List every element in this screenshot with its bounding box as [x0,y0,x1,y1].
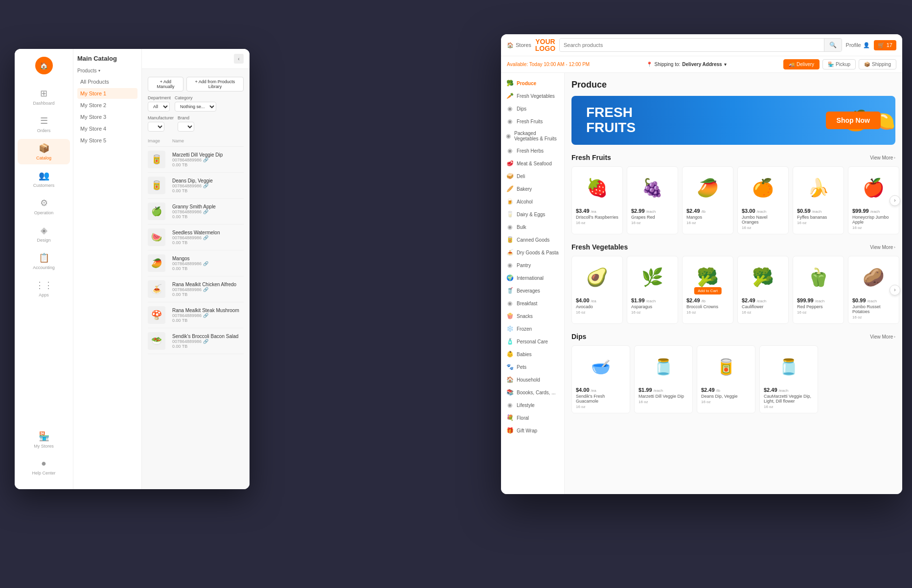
my-store-3-link[interactable]: My Store 3 [77,112,137,122]
product-image: 🥫 [701,350,751,384]
product-price: 0.00 TB [172,240,244,245]
category-item-pantry[interactable]: ◉ Pantry [501,259,564,271]
my-store-5-link[interactable]: My Store 5 [77,135,137,146]
category-item-snacks[interactable]: 🍿 Snacks [501,310,564,322]
nav-catalog[interactable]: 📦 Catalog [18,139,70,164]
department-filter: Department All [148,95,171,112]
category-item-breakfast[interactable]: ◉ Breakfast [501,297,564,310]
collapse-button[interactable]: ‹ [234,54,244,64]
nav-help[interactable]: ● Help Center [18,454,70,479]
category-label-international: International [517,275,544,281]
category-icon-deli: 🥪 [506,173,514,180]
banner-line1: FRESH [586,105,636,120]
category-item-fresh-veg[interactable]: 🥕 Fresh Vegetables [501,90,564,102]
category-icon-bulk: ◉ [506,224,514,230]
mfr-label: Manufacturer [148,115,174,120]
product-name: Marzetti Dill Veggie Dip [638,394,688,399]
category-item-gift-wrap[interactable]: 🎁 Gift Wrap [501,424,564,437]
shipping-label: Shipping to: [654,62,680,67]
category-select[interactable]: Nothing se... [175,102,216,112]
add-to-cart-button[interactable]: Add to Cart [694,287,721,294]
category-item-dairy-eggs[interactable]: 🥛 Dairy & Eggs [501,208,564,221]
nav-my-stores-label: My Stores [34,444,54,449]
category-item-deli[interactable]: 🥪 Deli [501,170,564,182]
delivery-bar: Available: Today 10:00 AM - 12:00 PM 📍 S… [501,56,902,73]
delivery-option-delivery[interactable]: 🚚 Delivery [783,59,820,69]
category-item-fresh-herbs[interactable]: ◉ Fresh Herbs [501,144,564,157]
category-label-personal-care: Personal Care [517,339,548,344]
category-item-floral[interactable]: 💐 Floral [501,411,564,424]
search-button[interactable]: 🔍 [824,39,842,51]
category-item-pets[interactable]: 🐾 Pets [501,361,564,373]
category-item-beverages[interactable]: 🥤 Beverages [501,284,564,297]
filter-row: Department All Category Nothing se... [142,95,250,115]
nav-design[interactable]: ◈ Design [18,221,70,247]
category-item-international[interactable]: 🌍 International [501,271,564,284]
profile-button[interactable]: Profile 👤 [846,42,870,48]
fresh-veg-view-more[interactable]: View More › [870,245,895,250]
nav-customers[interactable]: 👥 Customers [18,166,70,192]
category-item-personal-care[interactable]: 🧴 Personal Care [501,335,564,348]
category-item-bulk[interactable]: ◉ Bulk [501,221,564,233]
catalog-header: ‹ [142,49,250,69]
product-price: $2.49 /lb [686,208,729,214]
category-item-meat-seafood[interactable]: 🥩 Meat & Seafood [501,157,564,170]
all-products-link[interactable]: All Products [77,76,137,87]
list-item: 🥦 $2.49 /each Cauliflower 16 oz [737,256,789,324]
nav-operation[interactable]: ⚙ Operation [18,194,70,219]
fresh-fruits-section: Fresh Fruits View More › 🍓 $3.49 /ea Dri… [571,154,895,234]
category-icon-produce: 🥦 [506,80,514,87]
category-item-lifestyle[interactable]: ◉ Lifestyle [501,399,564,411]
category-item-frozen[interactable]: ❄️ Frozen [501,322,564,335]
nav-customers-label: Customers [33,183,55,188]
category-item-bakery[interactable]: 🥖 Bakery [501,182,564,195]
nav-orders[interactable]: ☰ Orders [18,112,70,137]
add-manually-button[interactable]: + Add Manually [148,77,183,91]
shop-now-button[interactable]: Shop Now [826,112,881,129]
stores-link[interactable]: 🏠 Stores [507,42,531,48]
category-item-household[interactable]: 🏠 Household [501,373,564,386]
category-item-canned[interactable]: 🥫 Canned Goods [501,233,564,246]
delivery-option-shipping[interactable]: 📦 Shipping [859,59,896,69]
category-label-fresh-veg: Fresh Vegetables [517,93,555,99]
category-icon-breakfast: ◉ [506,300,514,307]
promo-banner[interactable]: FRESH FRUITS Shop Now 🍊🍋 [571,96,895,145]
dips-view-more[interactable]: View More › [870,334,895,339]
category-label-frozen: Frozen [517,326,532,332]
my-store-4-link[interactable]: My Store 4 [77,123,137,134]
category-item-produce[interactable]: 🥦 Produce [501,77,564,90]
catalog-actions: + Add Manually + Add from Products Libra… [142,73,250,95]
category-item-dips[interactable]: ◉ Dips [501,102,564,115]
product-size: 16 oz [764,405,814,409]
category-item-babies[interactable]: 👶 Babies [501,348,564,361]
nav-my-stores[interactable]: 🏪 My Stores [18,427,70,452]
department-select[interactable]: All [148,102,170,112]
category-icon-pets: 🐾 [506,363,514,370]
table-row: 🥗 Sendik's Broccoli Bacon Salad 00786488… [148,328,244,354]
fresh-veg-header: Fresh Vegetables View More › [571,243,895,251]
brand-select[interactable] [178,122,194,132]
nav-accounting[interactable]: 📋 Accounting [18,249,70,274]
my-stores-icon: 🏪 [39,431,49,442]
category-item-dry-pasta[interactable]: 🍝 Dry Goods & Pasta [501,246,564,259]
my-store-1-link[interactable]: My Store 1 [77,88,137,99]
nav-dashboard[interactable]: ⊞ Dashboard [18,84,70,110]
category-item-packaged[interactable]: ◉ Packaged Vegetables & Fruits [501,128,564,144]
category-item-books[interactable]: 📚 Boooks, Cards, ... [501,386,564,399]
delivery-address[interactable]: Delivery Address [682,62,722,67]
category-item-fresh-fruits[interactable]: ◉ Fresh Fruits [501,115,564,128]
category-item-alcohol[interactable]: 🍺 Alcohol [501,195,564,208]
manufacturer-select[interactable] [148,122,164,132]
storefront: 🏠 Stores YOUR LOGO 🔍 Profile 👤 🛒 17 Avai… [501,34,902,494]
fresh-veg-next-button[interactable]: › [889,285,900,295]
search-input[interactable] [560,39,824,51]
cart-button[interactable]: 🛒 17 [874,40,896,50]
chevron-right-icon: › [894,156,895,160]
fresh-fruits-next-button[interactable]: › [889,195,900,206]
delivery-option-pickup[interactable]: 🏪 Pickup [822,59,856,69]
my-store-2-link[interactable]: My Store 2 [77,100,137,111]
fresh-fruits-view-more[interactable]: View More › [870,155,895,160]
add-from-library-button[interactable]: + Add from Products Library [186,77,244,91]
product-image: 🥦 [742,260,784,294]
nav-apps[interactable]: ⋮⋮ Apps [18,276,70,301]
